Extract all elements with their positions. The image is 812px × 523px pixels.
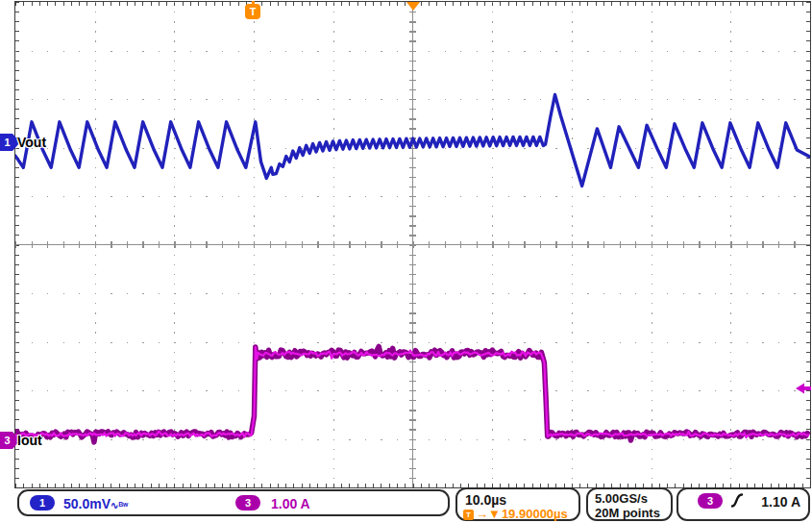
trigger-level-arrow[interactable] [795,380,812,397]
trigger-source-badge[interactable]: 3 [698,493,723,509]
ch3-scale-readout: 1.00 A [271,496,310,511]
ch1-badge[interactable]: 1 [30,495,55,511]
timebase-readout: 10.0µs [465,492,506,508]
delay-readout-line: T→▼19.90000µs [463,507,568,522]
iout-trace-band [15,346,809,442]
vout-trace [15,95,810,187]
graticule [14,1,811,488]
rising-edge-slope-icon [730,492,744,509]
delay-arrows-icon: →▼ [476,507,501,522]
channel-readout-box[interactable]: 1 50.0mV∿ᴮʷ 3 1.00 A [17,489,450,516]
trigger-level-readout: 1.10 A [761,494,800,510]
trigger-t-icon: T [463,510,474,520]
waveform-canvas [15,2,810,487]
ch1-scale-readout: 50.0mV∿ᴮʷ [63,496,128,513]
iout-trace-label: Iout [17,433,42,448]
ch3-badge[interactable]: 3 [235,495,260,511]
iout-trace-core [15,347,809,439]
horizontal-readout-box[interactable]: 10.0µs T→▼19.90000µs [455,487,580,521]
ch1-marker-number: 1 [4,137,10,148]
sample-rate-readout: 5.00GS/s [595,491,648,507]
trigger-readout-box[interactable]: 3 1.10 A [677,487,810,521]
trigger-position-marker: T [245,4,260,19]
acquisition-readout-box[interactable]: 5.00GS/s 20M points [586,487,673,521]
record-length-readout: 20M points [595,506,660,521]
ch1-coupling-bw-icons: ∿ᴮʷ [111,500,128,511]
oscilloscope-screen: 1 Vout 3 Iout T 1 50.0mV∿ᴮʷ 3 1.00 A 10.… [0,0,812,523]
expansion-point-icon [406,2,420,11]
vout-trace-label: Vout [17,135,46,150]
delay-readout: 19.90000µs [502,507,568,522]
ch3-marker-number: 3 [4,435,10,446]
